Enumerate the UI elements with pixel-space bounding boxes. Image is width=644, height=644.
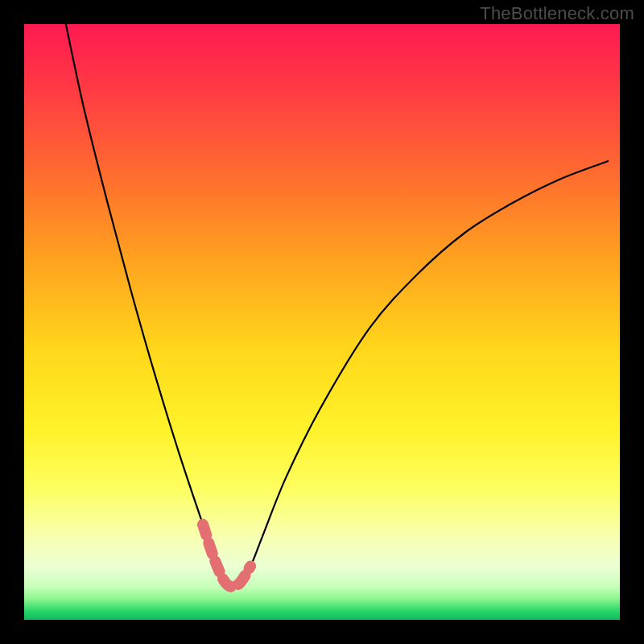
chart-frame: TheBottleneck.com <box>0 0 644 644</box>
plot-area <box>24 24 620 620</box>
watermark-text: TheBottleneck.com <box>480 3 634 24</box>
bottleneck-curve <box>24 24 620 620</box>
